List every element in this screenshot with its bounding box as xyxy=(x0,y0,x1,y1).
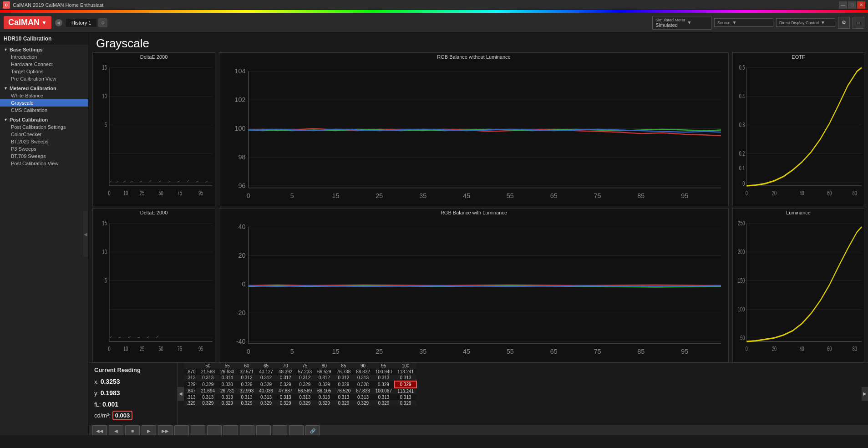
svg-text:40: 40 xyxy=(239,224,246,231)
charts-container: DeltaE 2000 xyxy=(89,52,868,362)
rewind-button[interactable]: ◀◀ xyxy=(92,425,107,435)
btn6[interactable] xyxy=(174,425,189,435)
add-tab-button[interactable]: + xyxy=(98,18,107,27)
rgb-balance-top-title: RGB Balance without Luminance xyxy=(219,53,728,61)
sidebar-item-white-balance[interactable]: White Balance xyxy=(0,92,88,99)
table-cell: 0.329 xyxy=(373,381,395,388)
svg-line-16 xyxy=(110,181,112,182)
left-charts: DeltaE 2000 xyxy=(92,52,215,362)
forward-button[interactable]: ▶▶ xyxy=(158,425,173,435)
btn8[interactable] xyxy=(207,425,222,435)
table-cell: 95 xyxy=(373,363,395,369)
btn9[interactable] xyxy=(223,425,238,435)
direct-display-label: Direct Display Control xyxy=(779,20,819,25)
minimize-button[interactable]: — xyxy=(839,1,847,9)
btn12[interactable] xyxy=(273,425,287,435)
svg-line-49 xyxy=(156,336,158,338)
svg-text:50: 50 xyxy=(740,334,745,342)
sidebar-item-post-calibration-settings[interactable]: Post Calibration Settings xyxy=(0,123,88,131)
svg-text:0: 0 xyxy=(108,345,110,353)
calman-logo[interactable]: CalMAN ▼ xyxy=(4,16,51,29)
svg-text:0.5: 0.5 xyxy=(739,64,745,71)
logo-arrow: ▼ xyxy=(41,20,47,26)
sidebar-item-introduction[interactable]: Introduction xyxy=(0,53,88,61)
table-cell: 0.329 xyxy=(237,381,257,388)
sidebar-item-grayscale[interactable]: Grayscale xyxy=(0,99,88,107)
svg-text:85: 85 xyxy=(637,348,645,355)
rgb-balance-bottom-inner: 40 20 0 -20 -40 0 5 15 25 35 45 55 xyxy=(219,216,728,359)
table-cell: 76.738 xyxy=(334,369,354,375)
reading-panel: Current Reading x: 0.3253 y: 0.1983 fL: … xyxy=(89,363,178,425)
sidebar-header: HDR10 Calibration xyxy=(0,33,88,45)
back-button[interactable]: ◀ xyxy=(55,19,62,26)
table-cell: 0.329 xyxy=(276,400,295,406)
table-cell: 66.529 xyxy=(315,369,334,375)
luminance-chart: Luminance 250 200 150 xyxy=(732,208,864,362)
close-button[interactable]: ✕ xyxy=(857,1,865,9)
table-cell: 70 xyxy=(276,363,295,369)
svg-text:20: 20 xyxy=(772,345,777,353)
svg-line-18 xyxy=(123,181,126,182)
sidebar-item-p3-sweeps[interactable]: P3 Sweeps xyxy=(0,145,88,153)
deltaE-top-title: DeltaE 2000 xyxy=(93,53,215,61)
table-cell: 60 xyxy=(237,363,257,369)
svg-text:200: 200 xyxy=(738,249,745,256)
sidebar-item-colorchecker[interactable]: ColorChecker xyxy=(0,131,88,138)
svg-text:10: 10 xyxy=(102,92,107,100)
btn13[interactable] xyxy=(289,425,304,435)
page-title: Grayscale xyxy=(89,33,868,52)
btn7[interactable] xyxy=(191,425,205,435)
table-cell: 0.314 xyxy=(218,375,237,381)
settings-button[interactable]: ⚙ xyxy=(838,17,850,29)
simulated-meter-dropdown[interactable]: Simulated Meter Simulated ▼ xyxy=(652,16,711,30)
direct-display-dropdown[interactable]: Direct Display Control ▼ xyxy=(776,18,835,27)
svg-text:55: 55 xyxy=(507,192,514,199)
tab-history1[interactable]: History 1 xyxy=(66,19,96,27)
svg-text:10: 10 xyxy=(123,189,128,197)
sidebar-item-pre-calibration-view[interactable]: Pre Calibration View xyxy=(0,75,88,82)
svg-text:15: 15 xyxy=(332,348,340,355)
btn11[interactable] xyxy=(256,425,271,435)
svg-text:0: 0 xyxy=(247,348,250,355)
table-cell: 0.329 xyxy=(276,381,295,388)
sidebar-item-bt2020-sweeps[interactable]: BT.2020 Sweeps xyxy=(0,138,88,145)
scroll-right-button[interactable]: ▶ xyxy=(862,387,868,401)
prev-button[interactable]: ◀ xyxy=(109,425,123,435)
sidebar-item-post-calibration-view[interactable]: Post Calibration View xyxy=(0,160,88,167)
sidebar-item-target-options[interactable]: Target Options xyxy=(0,68,88,75)
tabs-bar: History 1 + xyxy=(66,16,649,29)
sidebar-item-hardware-connect[interactable]: Hardware Connect xyxy=(0,61,88,68)
table-cell: 65 xyxy=(256,363,276,369)
sidebar-toggle[interactable]: ◀ xyxy=(82,211,88,257)
table-cell: 0.329 xyxy=(218,400,237,406)
data-scroll[interactable]: 50556065707580859095100.87021.58826.6303… xyxy=(184,363,862,425)
source-dropdown[interactable]: Source ▼ xyxy=(714,18,773,27)
svg-text:150: 150 xyxy=(738,277,745,285)
table-cell: .329 xyxy=(184,381,198,388)
table-cell: 0.329 xyxy=(295,400,315,406)
maximize-button[interactable]: □ xyxy=(848,1,856,9)
play-button[interactable]: ▶ xyxy=(142,425,156,435)
btn10[interactable] xyxy=(240,425,254,435)
svg-text:-40: -40 xyxy=(236,338,246,345)
sidebar-item-cms-calibration[interactable]: CMS Calibration xyxy=(0,107,88,114)
scroll-left-button[interactable]: ◀ xyxy=(178,387,184,401)
rgb-balance-bottom-chart: RGB Balance with Luminance 40 20 xyxy=(219,208,729,362)
deltaE-bottom-chart: DeltaE 2000 15 10 5 xyxy=(92,208,215,362)
sidebar-item-bt709-sweeps[interactable]: BT.709 Sweeps xyxy=(0,153,88,160)
table-cell: 113.241 xyxy=(395,369,416,375)
table-cell: 48.392 xyxy=(276,369,295,375)
svg-text:75: 75 xyxy=(594,348,601,355)
table-cell: 32.571 xyxy=(237,369,257,375)
svg-text:0: 0 xyxy=(247,192,250,199)
stop-button[interactable]: ■ xyxy=(125,425,140,435)
post-collapse-arrow: ▼ xyxy=(4,117,8,122)
table-cell: 0.330 xyxy=(218,381,237,388)
svg-line-44 xyxy=(110,337,112,338)
post-calibration-label: Post Calibration xyxy=(10,117,48,122)
svg-text:0: 0 xyxy=(746,345,748,353)
extra-button[interactable]: ≡ xyxy=(853,17,864,29)
link-button[interactable]: 🔗 xyxy=(305,425,320,435)
metered-collapse-arrow: ▼ xyxy=(4,86,8,91)
svg-text:100: 100 xyxy=(235,125,246,132)
